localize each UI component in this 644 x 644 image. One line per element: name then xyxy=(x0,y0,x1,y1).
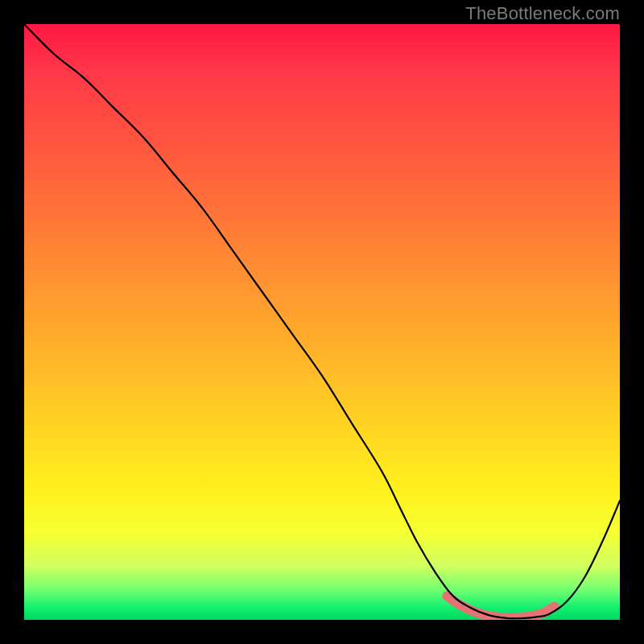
chart-container: TheBottleneck.com xyxy=(0,0,644,644)
plot-area xyxy=(24,24,620,620)
curve-svg xyxy=(24,24,620,620)
bottleneck-curve xyxy=(24,24,620,618)
optimal-zone-highlight xyxy=(447,596,554,617)
watermark-text: TheBottleneck.com xyxy=(465,3,620,24)
